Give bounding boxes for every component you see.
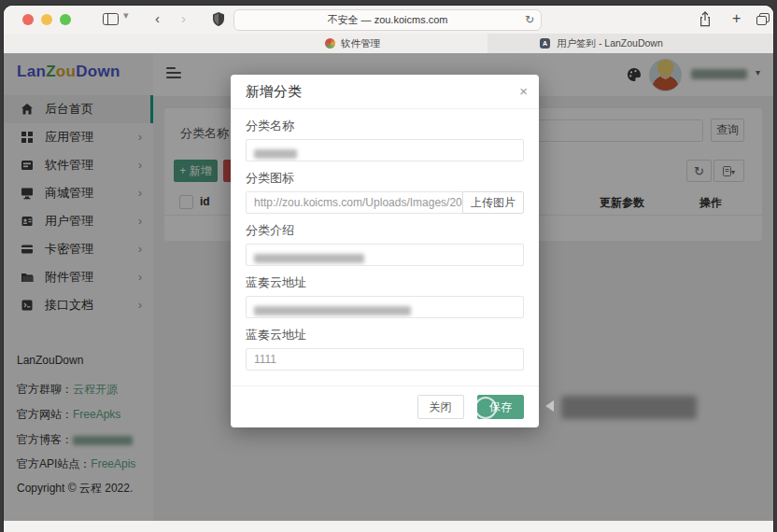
modal-title: 新增分类	[246, 83, 302, 99]
modal-body: 分类名称 分类图标 http://zou.koicms.com/Uploads/…	[231, 109, 539, 371]
tab-bar: 软件管理 A 用户签到 - LanZouDown	[4, 34, 773, 54]
field-label: 分类介绍	[246, 222, 524, 239]
tab1-favicon-icon	[325, 38, 335, 49]
tab-overview-icon[interactable]	[756, 13, 770, 25]
close-icon[interactable]: ×	[519, 75, 528, 108]
browser-titlebar: ▾ ‹ › 不安全 — zou.koicms.com ↻ +	[4, 6, 773, 34]
tab-user-signin[interactable]: A 用户签到 - LanZouDown	[487, 34, 773, 53]
window-bottom-strip	[4, 521, 773, 532]
minimize-window-button[interactable]	[41, 14, 52, 25]
reload-icon[interactable]: ↻	[525, 13, 534, 27]
browser-window: ▾ ‹ › 不安全 — zou.koicms.com ↻ + 软件管理 A 用户…	[4, 6, 773, 532]
field-lanzou-url-1: 蓝奏云地址	[246, 274, 524, 318]
field-category-intro: 分类介绍	[246, 222, 524, 266]
web-page: LanZouDown 后台首页 应用管理 › 软件管理 ›	[4, 53, 773, 521]
zoom-window-button[interactable]	[60, 14, 71, 25]
close-window-button[interactable]	[22, 14, 34, 25]
tab2-label: 用户签到 - LanZouDown	[557, 34, 663, 53]
new-tab-button[interactable]: +	[732, 11, 741, 26]
modal-save-button[interactable]: 保存	[477, 395, 524, 419]
redacted-watermark	[561, 396, 697, 419]
field-label: 分类图标	[246, 170, 524, 187]
tab2-favicon-icon: A	[540, 38, 550, 49]
tab-software-management[interactable]: 软件管理	[4, 34, 488, 53]
back-button[interactable]: ‹	[155, 11, 160, 26]
address-bar[interactable]: 不安全 — zou.koicms.com ↻	[233, 9, 542, 31]
shield-extension-icon[interactable]	[213, 12, 224, 26]
modal-header: 新增分类 ×	[231, 75, 539, 109]
field-category-name: 分类名称	[246, 118, 524, 161]
upload-image-button[interactable]: 上传图片	[462, 191, 524, 214]
watermark-arrow-icon	[545, 400, 554, 412]
modal-footer: 关闭 保存	[231, 385, 539, 427]
category-intro-input[interactable]	[246, 244, 524, 266]
field-category-icon: 分类图标 http://zou.koicms.com/Uploads/Image…	[246, 170, 524, 214]
modal-close-button[interactable]: 关闭	[417, 395, 464, 419]
add-category-modal: 新增分类 × 分类名称 分类图标 http://zou.koicms.com/U…	[231, 75, 539, 427]
field-label: 蓝奏云地址	[246, 274, 524, 291]
field-label: 分类名称	[246, 118, 524, 134]
tab1-label: 软件管理	[341, 34, 380, 53]
lanzou-url-input[interactable]	[246, 296, 524, 318]
category-name-input[interactable]	[246, 139, 524, 161]
sidebar-chevron-icon[interactable]: ▾	[123, 9, 129, 21]
forward-button[interactable]: ›	[181, 11, 186, 26]
field-lanzou-url-2: 蓝奏云地址	[246, 327, 524, 371]
category-icon-url-input[interactable]: http://zou.koicms.com/Uploads/Images/202…	[246, 191, 463, 214]
field-label: 蓝奏云地址	[246, 327, 524, 343]
lanzou-url-2-input[interactable]	[246, 348, 524, 371]
address-text: 不安全 — zou.koicms.com	[234, 10, 541, 30]
sidebar-toggle-icon[interactable]	[103, 13, 119, 25]
share-icon[interactable]	[699, 11, 712, 27]
